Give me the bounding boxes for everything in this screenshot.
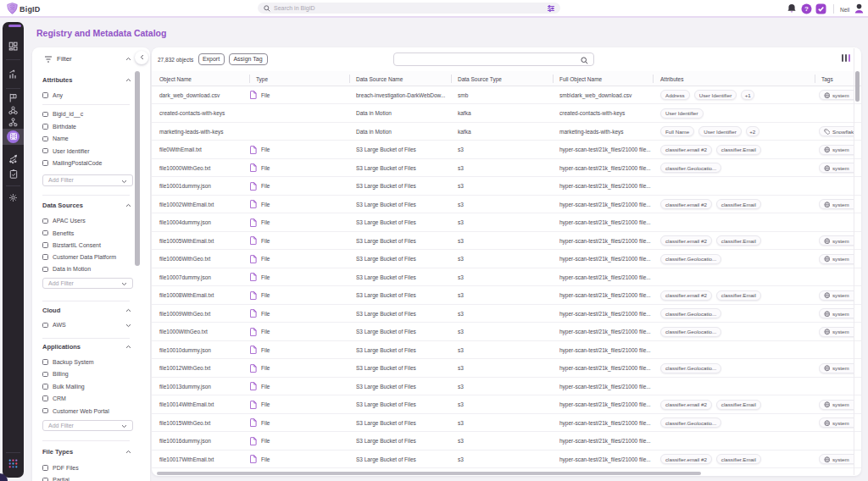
- svg-text:?: ?: [804, 5, 809, 13]
